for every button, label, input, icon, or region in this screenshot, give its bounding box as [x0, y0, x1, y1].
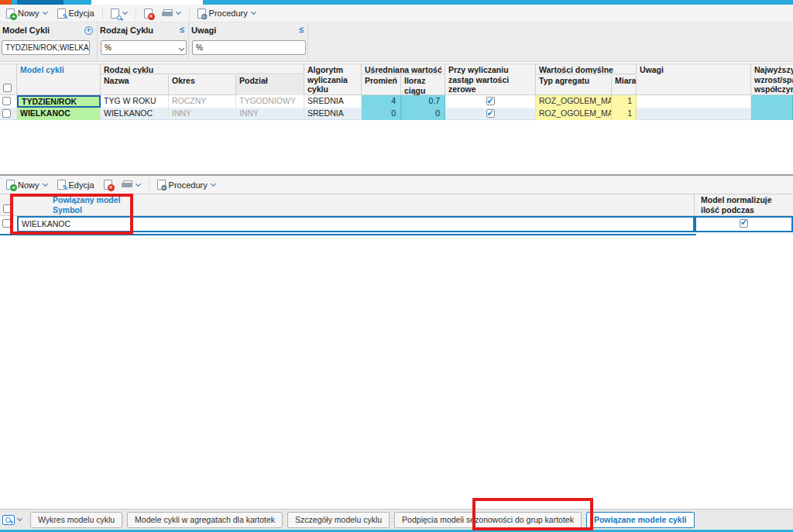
chevron-down-icon[interactable]: [136, 180, 141, 186]
chevron-down-icon[interactable]: [42, 9, 47, 15]
row-select-cell: [0, 108, 17, 120]
cell-iloraz[interactable]: 0.7: [401, 95, 445, 108]
column-header-przy-wyliczaniu[interactable]: Przy wyliczaniu zastąp wartości zerowe w…: [445, 64, 536, 95]
delete-button[interactable]: [141, 7, 156, 20]
circled-plus-icon: [84, 26, 93, 35]
bottom-tab-bar: Wykres modelu cyklu Modele cykli w agreg…: [0, 509, 793, 530]
filter-less-equal-icon[interactable]: ≤: [180, 25, 184, 34]
select-all-checkbox[interactable]: [3, 84, 12, 92]
row-checkbox[interactable]: [2, 97, 11, 105]
cycle-models-table-header: Model cykli Rodzaj cyklu Nazwa Okres Pod…: [0, 63, 793, 95]
replace-zeros-checkbox[interactable]: [486, 97, 495, 105]
column-group-rodzaj-cyklu: Rodzaj cyklu: [101, 64, 304, 74]
cell-przy-wyliczaniu[interactable]: [445, 95, 536, 108]
cell-algorytm[interactable]: SREDNIA: [304, 108, 362, 120]
view-selector[interactable]: [2, 515, 22, 525]
normalizes-checkbox[interactable]: [740, 219, 748, 228]
cell-nazwa[interactable]: WIELKANOC: [101, 108, 169, 120]
tab-szczegoly-modelu-cyklu[interactable]: Szczegóły modelu cyklu: [287, 512, 390, 528]
cell-uwagi[interactable]: [637, 108, 751, 120]
column-header-model-cykli[interactable]: Model cykli: [17, 64, 101, 95]
chevron-down-icon[interactable]: [17, 516, 22, 521]
filter-input-model[interactable]: TYDZIEN/ROK;WIELKANOC: [2, 40, 90, 55]
cell-podzial[interactable]: TYGODNIOWY: [236, 95, 304, 108]
cell-przy-wyliczaniu[interactable]: [445, 108, 536, 120]
replace-zeros-checkbox[interactable]: [486, 109, 495, 118]
cell-nazwa[interactable]: TYG W ROKU: [101, 95, 169, 108]
cell-najwyzszy[interactable]: [751, 95, 793, 108]
header-line: Powiązany model: [53, 195, 694, 205]
select-all-column: [0, 64, 17, 95]
cell-miara[interactable]: 1: [612, 108, 637, 120]
cell-okres[interactable]: ROCZNY: [169, 95, 236, 108]
filter-select-type[interactable]: %: [101, 40, 187, 55]
chevron-down-icon[interactable]: [176, 9, 181, 15]
toolbar-separator: [149, 179, 149, 190]
cell-najwyzszy[interactable]: [751, 108, 793, 120]
chevron-down-icon[interactable]: [251, 9, 256, 15]
cell-promien[interactable]: 4: [362, 95, 401, 108]
delete-button[interactable]: [101, 178, 115, 191]
table-row[interactable]: TYDZIEN/ROK TYG W ROKU ROCZNY TYGODNIOWY…: [0, 95, 793, 108]
filter-less-equal-icon[interactable]: ≤: [299, 25, 304, 34]
tab-podpiecia-modeli-sezonowosci[interactable]: Podpięcia modeli sezonowości do grup kar…: [394, 512, 582, 528]
filter-input-notes[interactable]: %: [192, 40, 306, 55]
procedures-button[interactable]: Procedury: [194, 7, 259, 20]
edit-button[interactable]: Edycja: [54, 7, 98, 20]
column-header-typ-agregatu[interactable]: Typ agregatu: [536, 75, 612, 95]
cell-miara[interactable]: 1: [612, 95, 637, 108]
header-line: zastąp wartości zerowe: [448, 75, 535, 94]
chevron-down-icon[interactable]: [42, 180, 47, 186]
column-header-najwyzszy[interactable]: Najwyższy wzrost/spa współczyn: [751, 64, 793, 95]
cell-typ-agregatu[interactable]: ROZ_OGOLEM_MAG: [536, 95, 612, 108]
header-line: współczyn: [754, 84, 793, 94]
column-header-iloraz[interactable]: Iloraz ciągu wag: [401, 75, 445, 95]
print-button[interactable]: [159, 8, 184, 19]
toolbar-separator: [136, 8, 136, 19]
cell-algorytm[interactable]: SREDNIA: [304, 95, 362, 108]
tab-powiazane-modele-cykli[interactable]: Powiązane modele cykli: [586, 512, 695, 528]
header-line: Przy wyliczaniu: [448, 65, 535, 75]
column-header-powiazany-model[interactable]: Powiązany model Symbol: [17, 194, 695, 216]
chevron-down-icon[interactable]: [122, 9, 128, 15]
header-line: wzrost/spa: [754, 75, 793, 85]
column-header-okres[interactable]: Okres: [169, 75, 236, 95]
cell-model[interactable]: TYDZIEN/ROK: [17, 95, 101, 108]
view-preview-icon: [2, 515, 15, 525]
cell-iloraz[interactable]: 0: [401, 108, 445, 120]
new-button[interactable]: Nowy: [3, 7, 51, 20]
chevron-down-icon[interactable]: [211, 180, 216, 186]
cell-symbol[interactable]: WIELKANOC: [17, 216, 695, 232]
toolbar-separator: [189, 8, 190, 19]
column-header-promien[interactable]: Promień: [362, 75, 401, 95]
find-button[interactable]: [108, 7, 131, 20]
header-line: Algorytm: [307, 65, 361, 75]
cell-okres[interactable]: INNY: [169, 108, 236, 120]
cell-typ-agregatu[interactable]: ROZ_OGOLEM_MAG: [536, 108, 612, 120]
column-header-nazwa[interactable]: Nazwa: [101, 75, 169, 95]
print-button[interactable]: [118, 179, 144, 190]
column-header-uwagi[interactable]: Uwagi: [637, 64, 751, 95]
table-row[interactable]: WIELKANOC WIELKANOC INNY INNY SREDNIA 0 …: [0, 108, 793, 120]
main-toolbar: Nowy Edycja Procedury: [0, 5, 793, 22]
tab-modele-cykli-w-agregatach[interactable]: Modele cykli w agregatach dla kartotek: [127, 512, 283, 528]
table-row[interactable]: WIELKANOC: [0, 216, 793, 232]
cell-model[interactable]: WIELKANOC: [17, 108, 101, 120]
row-checkbox[interactable]: [2, 219, 11, 228]
edit-button[interactable]: Edycja: [54, 178, 98, 191]
cell-uwagi[interactable]: [637, 95, 751, 108]
cell-promien[interactable]: 0: [362, 108, 401, 120]
column-header-model-normalizuje[interactable]: Model normalizuje ilość podczas przelicz…: [695, 194, 793, 216]
column-header-algorytm[interactable]: Algorytm wyliczania cyklu: [304, 64, 362, 95]
column-header-podzial[interactable]: Podział: [236, 75, 304, 95]
new-button[interactable]: Nowy: [3, 178, 51, 191]
filter-add-condition-icon[interactable]: [84, 25, 93, 35]
cell-normalizuje[interactable]: [695, 216, 793, 232]
select-all-checkbox[interactable]: [3, 204, 12, 213]
tab-wykres-modelu-cyklu[interactable]: Wykres modelu cyklu: [30, 512, 122, 528]
column-header-model-cykli-label: Model cykli: [20, 65, 64, 74]
procedures-button[interactable]: Procedury: [154, 178, 219, 191]
row-checkbox[interactable]: [2, 109, 11, 118]
column-header-miara[interactable]: Miara: [612, 75, 637, 95]
cell-podzial[interactable]: INNY: [236, 108, 304, 120]
